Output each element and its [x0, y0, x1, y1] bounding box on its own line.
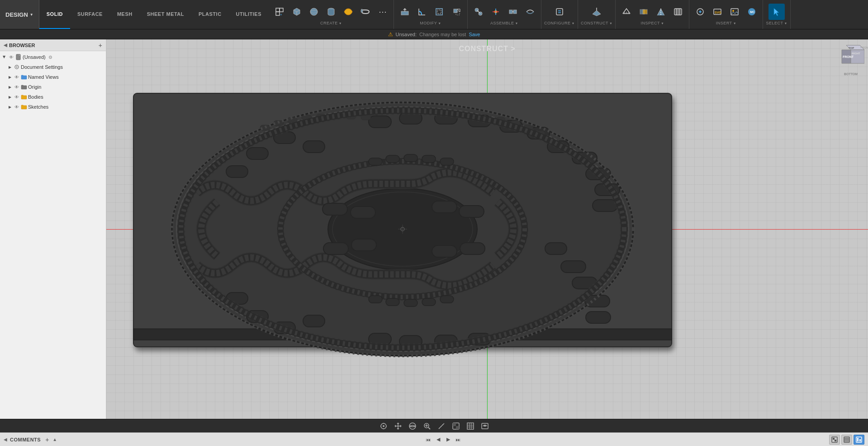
cylinder-btn[interactable]	[323, 4, 339, 20]
tab-bar: SOLID SURFACE MESH SHEET METAL PLASTIC U…	[39, 0, 269, 29]
svg-rect-39	[731, 9, 738, 15]
svg-point-7	[361, 9, 363, 13]
construct-plane-btn[interactable]	[588, 4, 605, 20]
insert-mcmaster-btn[interactable]: MC	[744, 4, 760, 20]
configure-label[interactable]: CONFIGURE ▼	[544, 21, 575, 25]
add-comment-btn[interactable]: +	[45, 436, 49, 443]
tab-mesh[interactable]: MESH	[110, 0, 140, 29]
fit-home-btn[interactable]	[377, 421, 390, 432]
shell-btn[interactable]	[431, 4, 447, 20]
insert-derive-btn[interactable]	[692, 4, 708, 20]
add-browser-btn[interactable]: +	[99, 42, 102, 49]
view-cube[interactable]: FRONT RIGHT TOP BOTTOM FRONT	[837, 43, 864, 75]
configure-btn[interactable]	[551, 4, 568, 20]
press-pull-btn[interactable]	[397, 4, 413, 20]
insert-image-btn[interactable]	[726, 4, 743, 20]
origin-eye-icon[interactable]: 👁	[14, 84, 20, 90]
svg-rect-154	[835, 440, 836, 441]
inspect-label[interactable]: INSPECT ▼	[640, 21, 664, 25]
interference-btn[interactable]	[636, 4, 652, 20]
pipe-btn[interactable]	[357, 4, 374, 20]
rigid-group-btn[interactable]	[505, 4, 521, 20]
named-views-arrow: ▶	[7, 74, 13, 80]
joint-btn[interactable]	[470, 4, 487, 20]
toolbar-group-assemble: ASSEMBLE ▼	[468, 0, 541, 29]
tree-item-bodies[interactable]: ▶ 👁 Bodies	[0, 92, 106, 102]
box-btn[interactable]	[289, 4, 305, 20]
select-label[interactable]: SELECT ▼	[766, 21, 787, 25]
assemble-label[interactable]: ASSEMBLE ▼	[490, 21, 518, 25]
comments-left: ◀ COMMENTS + ▲	[4, 436, 57, 443]
modify-label[interactable]: MODIFY ▼	[420, 21, 441, 25]
zebra-btn[interactable]	[670, 4, 686, 20]
toolbar-group-insert: SVG MC INSERT ▼	[689, 0, 763, 29]
section-btn[interactable]	[653, 4, 669, 20]
play-btn[interactable]: ▶	[444, 435, 453, 444]
insert-label[interactable]: INSERT ▼	[716, 21, 736, 25]
more-create-btn[interactable]: ⋯	[375, 4, 391, 20]
construct-plane-icon	[592, 7, 602, 17]
display-settings-btn[interactable]	[450, 421, 462, 432]
svg-rect-161	[859, 439, 861, 441]
step-forward-btn[interactable]: ⏭	[454, 435, 463, 444]
construct-label[interactable]: CONSTRUCT ▼	[581, 21, 612, 25]
unsaved-eye-icon[interactable]: 👁	[8, 54, 14, 60]
svg-rect-114	[386, 298, 399, 306]
tree-item-sketches[interactable]: ▶ 👁 Sketches	[0, 102, 106, 112]
tab-solid[interactable]: SOLID	[39, 0, 70, 29]
insert-svg-btn[interactable]: SVG	[709, 4, 726, 20]
expand-sidebar-icon[interactable]: ◀	[4, 437, 7, 442]
grid-settings-btn[interactable]	[464, 421, 477, 432]
svg-rect-84	[561, 261, 586, 273]
zoom-btn[interactable]	[421, 421, 433, 432]
tab-utilities[interactable]: UTILITIES	[229, 0, 269, 29]
settings-gear-icon[interactable]: ⚙	[48, 55, 52, 60]
pan-btn[interactable]	[392, 421, 404, 432]
bodies-eye-icon[interactable]: 👁	[14, 94, 20, 100]
top-toolbar: DESIGN ▼ SOLID SURFACE MESH SHEET METAL …	[0, 0, 868, 29]
sketches-arrow: ▶	[7, 104, 13, 110]
svg-rect-117	[440, 296, 454, 303]
tab-surface[interactable]: SURFACE	[70, 0, 110, 29]
unsaved-tree-arrow: ▶	[2, 54, 7, 60]
viewport[interactable]: FRONT RIGHT TOP BOTTOM FRONT CONSTRUCT >	[106, 39, 868, 419]
tree-item-origin[interactable]: ▶ 👁 Origin	[0, 82, 106, 92]
tree-item-unsaved[interactable]: ▶ 👁 (Unsaved) ⚙	[0, 52, 106, 62]
measure-viewport-btn[interactable]	[435, 421, 448, 432]
joint-origin-btn[interactable]	[488, 4, 504, 20]
svg-rect-9	[436, 9, 442, 15]
modify-dropdown-arrow: ▼	[438, 22, 441, 25]
named-views-eye-icon[interactable]: 👁	[14, 74, 20, 80]
insert-mcmaster-icon: MC	[747, 7, 757, 17]
design-menu[interactable]: DESIGN ▼	[0, 0, 39, 29]
fillet-btn[interactable]	[414, 4, 430, 20]
tab-sheet-metal[interactable]: SHEET METAL	[140, 0, 191, 29]
sphere-icon	[309, 7, 319, 17]
collapse-sidebar-btn[interactable]: ◀	[4, 43, 7, 48]
tree-item-named-views[interactable]: ▶ 👁 Named Views	[0, 72, 106, 82]
scale-btn[interactable]	[448, 4, 465, 20]
insert-dropdown-arrow: ▼	[733, 22, 736, 25]
sketches-eye-icon[interactable]: 👁	[14, 104, 20, 110]
create-form-btn[interactable]	[340, 4, 356, 20]
tree-item-doc-settings[interactable]: ▶ Document Settings	[0, 62, 106, 72]
step-back-btn[interactable]: ⏮	[424, 435, 433, 444]
save-button[interactable]: Save	[469, 32, 480, 37]
select-btn[interactable]	[768, 4, 785, 20]
collapse-comments-btn[interactable]: ▲	[52, 437, 57, 442]
play-back-btn[interactable]: ◀	[434, 435, 443, 444]
timeline-icon-2[interactable]	[841, 435, 852, 445]
view-settings-btn[interactable]	[479, 421, 491, 432]
sphere-btn[interactable]	[306, 4, 322, 20]
svg-text:SVG: SVG	[715, 11, 721, 14]
construct-icons	[588, 4, 605, 20]
box-icon	[292, 7, 302, 17]
tab-plastic[interactable]: PLASTIC	[191, 0, 229, 29]
create-label[interactable]: CREATE ▼	[320, 21, 342, 25]
timeline-icon-3[interactable]	[854, 435, 864, 445]
tangent-btn[interactable]	[522, 4, 538, 20]
timeline-icon-1[interactable]	[829, 435, 840, 445]
measure-btn[interactable]	[618, 4, 635, 20]
new-component-btn[interactable]: +	[271, 4, 288, 20]
orbit-btn[interactable]	[406, 421, 419, 432]
